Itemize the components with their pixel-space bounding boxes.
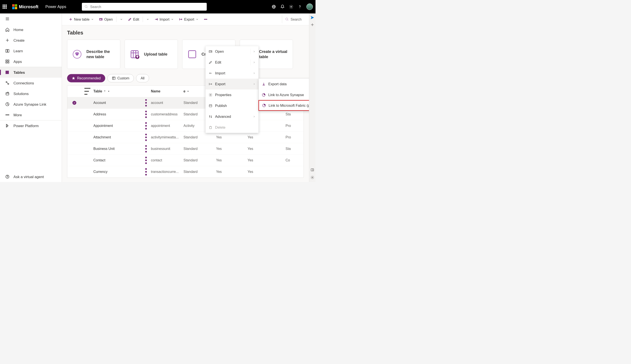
sidebar-item-tables[interactable]: Tables: [0, 67, 62, 78]
sidebar-item-learn[interactable]: Learn: [0, 46, 62, 56]
menu-export[interactable]: Export: [206, 79, 259, 90]
cell-table: Attachment: [93, 135, 141, 140]
table-row[interactable]: ContactcontactStandardYesYesCo: [67, 155, 303, 166]
chevron-down-icon: [91, 18, 94, 21]
cell-table: Business Unit: [93, 147, 141, 151]
row-actions[interactable]: [141, 132, 151, 142]
sidebar-ask-agent[interactable]: Ask a virtual agent: [0, 171, 62, 182]
sidebar-item-apps[interactable]: Apps: [0, 56, 62, 67]
svg-rect-14: [8, 50, 9, 52]
col-table[interactable]: Table: [93, 89, 141, 94]
cell-custom: Yes: [247, 147, 285, 151]
menu-edit[interactable]: Edit: [206, 57, 259, 68]
sidebar-item-platform[interactable]: Power Platform: [0, 120, 62, 131]
brand-label: Microsoft: [19, 4, 39, 9]
cmd-edit[interactable]: Edit: [125, 16, 142, 23]
pill-custom[interactable]: Custom: [108, 74, 134, 82]
table-row[interactable]: AppointmentappointmentActivityYesYesPro: [67, 120, 303, 132]
sidebar-item-label: Home: [14, 28, 23, 32]
ms-logo: Microsoft: [12, 4, 39, 9]
table-row[interactable]: Attachmentactivitymimeatta...StandardYes…: [67, 132, 303, 143]
sidebar-item-solutions[interactable]: Solutions: [0, 88, 62, 99]
row-actions[interactable]: [141, 155, 151, 165]
menu-publish[interactable]: Publish: [206, 100, 259, 111]
svg-point-35: [8, 114, 9, 115]
cell-custom: Yes: [247, 158, 285, 162]
svg-point-95: [210, 94, 211, 96]
panel-icon[interactable]: [310, 168, 314, 172]
cmd-open-chevron[interactable]: [117, 16, 125, 23]
svg-point-76: [145, 128, 147, 130]
help-icon[interactable]: [298, 4, 302, 9]
page-title: Tables: [67, 30, 304, 36]
svg-rect-96: [209, 104, 212, 107]
search-input[interactable]: [90, 5, 204, 9]
cell-name: activitymimeatta...: [151, 135, 183, 140]
export-submenu: Export data Link to Azure Synapse Link t…: [259, 78, 309, 111]
cmd-overflow[interactable]: [201, 16, 210, 23]
bell-icon[interactable]: [280, 4, 285, 9]
svg-point-46: [204, 19, 205, 20]
svg-point-77: [145, 134, 147, 135]
svg-rect-21: [8, 71, 9, 72]
cell-custom: Yes: [247, 135, 285, 140]
menu-advanced[interactable]: Advanced: [206, 111, 259, 122]
table-row[interactable]: Currencytransactioncurre...StandardYesYe…: [67, 166, 303, 178]
cell-tags: Pro: [285, 135, 303, 140]
svg-rect-16: [8, 60, 9, 61]
globe-icon[interactable]: [272, 4, 276, 9]
sidebar-item-synapse[interactable]: Azure Synapse Link: [0, 99, 62, 110]
avatar[interactable]: [306, 4, 313, 10]
cmd-search[interactable]: Search: [282, 16, 305, 23]
plus-icon[interactable]: [310, 23, 314, 27]
sidebar-item-connections[interactable]: Connections: [0, 78, 62, 88]
send-icon[interactable]: [310, 16, 314, 20]
pill-recommended[interactable]: Recommended: [67, 74, 105, 82]
sidebar-item-create[interactable]: Create: [0, 35, 62, 46]
cell-custom: Yes: [247, 170, 285, 174]
row-actions[interactable]: [141, 109, 151, 119]
cmd-import[interactable]: Import: [152, 16, 176, 23]
context-menu: Open Edit Import Export: [205, 46, 259, 133]
col-name[interactable]: Name: [151, 89, 183, 94]
cell-type: Standard: [183, 170, 216, 174]
row-actions[interactable]: [141, 98, 151, 108]
cmd-open[interactable]: Open: [96, 16, 115, 23]
card-upload[interactable]: Upload table: [125, 40, 178, 69]
menu-import[interactable]: Import: [206, 68, 259, 79]
svg-rect-102: [209, 127, 211, 129]
svg-rect-31: [6, 93, 9, 95]
pill-all[interactable]: All: [136, 74, 149, 82]
sidebar-item-home[interactable]: Home: [0, 24, 62, 35]
menu-properties[interactable]: Properties: [206, 90, 259, 100]
hamburger-button[interactable]: [0, 14, 62, 24]
svg-point-84: [145, 160, 147, 161]
svg-point-88: [145, 174, 147, 176]
svg-point-47: [205, 19, 206, 20]
submenu-export-data[interactable]: Export data: [259, 79, 309, 90]
row-actions[interactable]: [141, 121, 151, 130]
cmd-export[interactable]: Export: [176, 16, 201, 23]
svg-rect-111: [311, 169, 314, 171]
cell-name: customeraddress: [151, 112, 183, 116]
submenu-synapse[interactable]: Link to Azure Synapse: [259, 90, 309, 100]
sidebar-item-label: Create: [14, 38, 25, 42]
submenu-fabric[interactable]: Link to Microsoft Fabric (preview): [258, 100, 309, 111]
svg-point-87: [145, 171, 147, 173]
cell-managed: Yes: [216, 170, 247, 174]
row-actions[interactable]: [141, 144, 151, 154]
sidebar-item-label: More: [14, 113, 22, 117]
table-row[interactable]: Business UnitbusinessunitStandardYesYesS…: [67, 143, 303, 155]
svg-line-1: [87, 7, 88, 8]
gear-icon[interactable]: [289, 4, 293, 9]
cmd-edit-chevron[interactable]: [144, 16, 152, 23]
global-search[interactable]: [82, 3, 207, 11]
waffle-icon[interactable]: [3, 4, 7, 9]
sidebar-item-more[interactable]: More: [0, 110, 62, 120]
cmd-new-table[interactable]: New table: [66, 16, 96, 23]
svg-rect-23: [7, 72, 8, 73]
card-describe[interactable]: Describe the new table: [67, 40, 120, 69]
gear-icon[interactable]: [310, 176, 314, 180]
row-actions[interactable]: [141, 167, 151, 176]
menu-open[interactable]: Open: [206, 46, 259, 57]
